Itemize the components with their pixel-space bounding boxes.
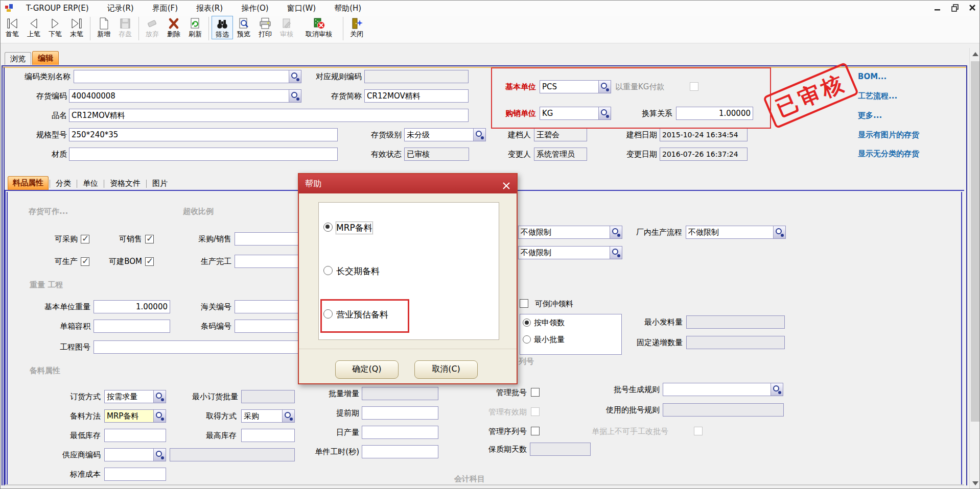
ok-button[interactable]: 确定(Q) [335,360,399,379]
cancel-button[interactable]: 取消(C) [414,360,478,379]
spec-field[interactable]: 250*240*35 [69,128,338,141]
option-long-lead-label[interactable]: 长交期备料 [336,265,380,277]
max-stock-field[interactable] [241,429,295,442]
menu-item-app[interactable]: T-GROUP ERP(E) [21,2,94,14]
min-stock-field[interactable] [104,429,166,442]
can-purchase-checkbox[interactable] [81,235,89,243]
toolbar-new-button[interactable]: 新增 [93,16,114,38]
item-name-field[interactable]: CR12MOV精料 [69,109,469,122]
supplier-code-field[interactable] [104,448,166,461]
toolbar-next-button[interactable]: 下笔 [44,16,66,38]
base-unit-field[interactable]: PCS [540,80,611,93]
order-mode-field[interactable]: 按需求量 [104,390,166,403]
toolbar-cancel-audit-button[interactable]: 取消审核 [297,16,340,38]
tab-qualification-files[interactable]: 资格文件 [105,177,145,190]
lookup-icon[interactable] [473,129,485,141]
lookup-icon[interactable] [773,226,785,238]
can-sell-checkbox[interactable] [145,235,154,243]
more-link[interactable]: 更多... [858,111,882,120]
backflush-checkbox[interactable] [520,299,528,308]
material-field[interactable] [69,148,338,161]
base-weight-field[interactable]: 1.00000 [94,300,170,313]
restore-button[interactable] [950,3,960,13]
manage-batch-checkbox[interactable] [531,388,540,397]
box-volume-field[interactable] [94,320,170,333]
lookup-icon[interactable] [289,90,301,102]
lead-time-field[interactable] [362,406,438,420]
dialog-titlebar[interactable]: 帮助 [299,174,517,193]
lookup-icon[interactable] [153,410,166,422]
toolbar-audit-button[interactable]: 审核 [276,16,297,38]
lookup-icon[interactable] [598,107,611,119]
fixed-increment-field[interactable] [686,336,785,349]
tab-pictures[interactable]: 图片 [148,177,172,190]
dialog-close-icon[interactable] [501,179,511,189]
scroll-down-button[interactable] [970,477,980,489]
batch-rule-field[interactable] [663,383,783,396]
process-flow-link[interactable]: 工艺流程... [858,91,897,101]
lookup-icon[interactable] [153,449,166,461]
show-items-with-image-link[interactable]: 显示有图片的存货 [858,130,919,140]
daily-output-field[interactable] [362,426,438,439]
shelf-days-field[interactable] [530,443,591,456]
bom-link[interactable]: BOM... [858,72,886,81]
lookup-icon[interactable] [610,226,622,238]
menu-item-window[interactable]: 窗口(W) [282,2,321,15]
toolbar-first-button[interactable]: 首笔 [2,16,23,38]
inv-level-field[interactable]: 未分级 [404,128,486,141]
option-mrp-label[interactable]: MRP备料 [336,222,372,234]
toolbar-preview-button[interactable]: 预览 [233,16,254,38]
toolbar-print-button[interactable]: 打印 [254,16,276,38]
menu-item-records[interactable]: 记录(R) [102,2,139,15]
menu-item-operations[interactable]: 操作(O) [236,2,274,15]
issue-by-request-radio[interactable] [523,319,531,327]
cat-name-field[interactable] [74,70,301,83]
factory-flow-field[interactable]: 不做限制 [686,226,786,239]
menu-item-help[interactable]: 帮助(H) [329,2,366,15]
inv-code-field[interactable]: 400400008 [69,89,301,103]
tab-item-attributes[interactable]: 料品属性 [8,176,49,190]
conv-field[interactable]: 1.00000 [676,107,753,120]
inv-abbr-field[interactable]: CR12MOV精料 [364,89,469,103]
tab-classification[interactable]: 分类 [51,177,76,190]
tab-units[interactable]: 单位 [78,177,103,190]
pay-by-kg-checkbox[interactable] [690,82,698,91]
restriction-field-1[interactable]: 不做限制 [518,226,622,239]
lookup-icon[interactable] [598,81,611,93]
menu-item-reports[interactable]: 报表(R) [191,2,228,15]
option-mrp-radio[interactable] [323,223,333,232]
rule-code-field[interactable] [364,70,469,83]
tab-edit[interactable]: 编辑 [32,51,59,65]
toolbar-filter-button[interactable]: 筛选 [212,16,233,39]
prep-method-field[interactable]: MRP备料 [104,409,166,423]
manage-serial-checkbox[interactable] [531,427,540,435]
lookup-icon[interactable] [610,247,622,259]
restriction-field-2[interactable]: 不做限制 [518,246,622,259]
tab-browse[interactable]: 浏览 [5,52,31,65]
scrollbar-thumb[interactable] [971,61,980,422]
lookup-icon[interactable] [282,410,294,422]
lookup-icon[interactable] [771,383,783,396]
toolbar-refresh-button[interactable]: 刷新 [184,16,206,38]
option-long-lead-radio[interactable] [323,266,333,275]
can-produce-checkbox[interactable] [81,257,89,266]
close-window-button[interactable] [967,3,977,13]
batch-increment-field[interactable] [362,387,438,400]
show-unclassified-items-link[interactable]: 显示无分类的存货 [858,149,919,159]
min-issue-field[interactable] [686,315,785,329]
lookup-icon[interactable] [153,390,166,403]
can-bom-checkbox[interactable] [145,257,154,266]
min-order-field[interactable] [241,390,295,403]
std-cost-field[interactable] [104,468,166,481]
toolbar-abandon-button[interactable]: 放弃 [142,16,163,38]
toolbar-save-button[interactable]: 存盘 [114,16,136,38]
minimize-button[interactable] [932,3,943,13]
trade-unit-field[interactable]: KG [540,107,611,120]
used-batch-rule-field[interactable] [663,403,784,417]
no-manual-batch-checkbox[interactable] [694,427,703,435]
menu-item-interface[interactable]: 界面(F) [147,2,183,15]
toolbar-delete-button[interactable]: 删除 [163,16,184,38]
manage-expiry-checkbox[interactable] [531,407,540,416]
scroll-up-button[interactable] [970,48,980,60]
toolbar-last-button[interactable]: 末笔 [66,16,87,38]
